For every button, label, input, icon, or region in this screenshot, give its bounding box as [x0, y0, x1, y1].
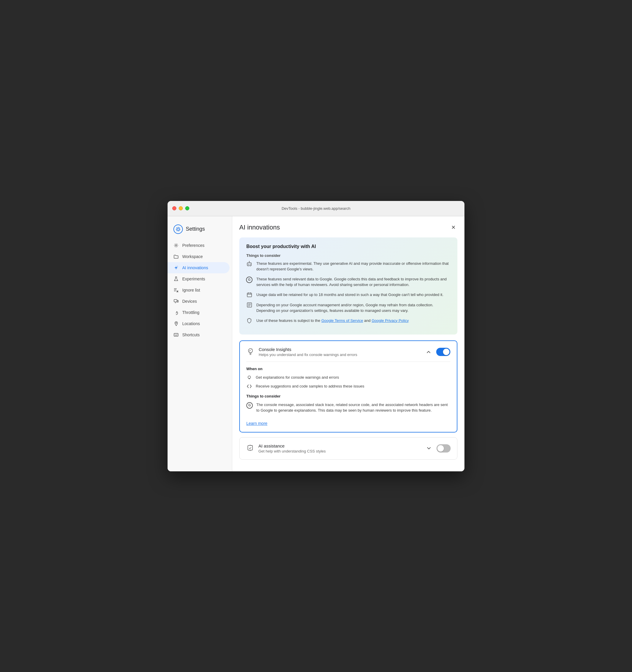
sidebar-item-throttling[interactable]: Throttling [168, 307, 230, 318]
throttle-icon [173, 310, 179, 315]
sidebar-item-label-ai-innovations: AI innovations [182, 265, 208, 270]
ai-assistance-title: AI assistance [258, 443, 326, 448]
sidebar-title: Settings [186, 226, 205, 232]
content-area: AI innovations ✕ Boost your productivity… [232, 216, 464, 471]
info-item-text-1: These features are experimental. They us… [256, 261, 450, 272]
feature-text-block: Console Insights Helps you understand an… [259, 347, 357, 357]
info-item-text-4: Depending on your Google account managem… [256, 302, 450, 314]
sidebar-item-label-throttling: Throttling [182, 310, 199, 315]
console-insights-toggle[interactable] [436, 348, 450, 356]
sidebar-item-locations[interactable]: Locations [168, 318, 230, 329]
svg-point-22 [176, 313, 176, 313]
sidebar-item-ignore-list[interactable]: Ignore list [168, 285, 230, 296]
svg-line-7 [179, 227, 180, 228]
svg-point-48 [248, 376, 251, 378]
info-item-text-2: These features send relevant data to Goo… [256, 276, 450, 288]
tos-link[interactable]: Google Terms of Service [321, 318, 363, 323]
list-icon [246, 303, 252, 308]
feature-controls [425, 348, 450, 356]
svg-point-33 [248, 264, 249, 264]
ai-assistance-desc: Get help with understanding CSS styles [258, 449, 326, 453]
folder-icon [173, 254, 179, 259]
google-considerations-icon: G [246, 402, 253, 409]
svg-rect-32 [247, 263, 251, 266]
info-card-title: Boost your productivity with AI [246, 244, 450, 249]
info-card-subtitle: Things to consider [246, 253, 450, 258]
devices-icon [173, 298, 179, 304]
ignore-icon [173, 287, 179, 293]
sidebar: Settings Preferences [168, 216, 232, 471]
close-traffic-light[interactable] [172, 206, 176, 210]
ai-assist-icon [246, 444, 254, 452]
feature-title: Console Insights [259, 347, 357, 352]
sidebar-nav: Preferences Workspace [168, 240, 232, 340]
content-header: AI innovations ✕ [239, 223, 457, 232]
ai-assistance-card: AI assistance Get help with understandin… [239, 437, 457, 460]
svg-rect-17 [174, 299, 177, 302]
sidebar-item-shortcuts[interactable]: Shortcuts [168, 329, 230, 340]
sidebar-item-label-devices: Devices [182, 299, 197, 304]
svg-rect-24 [174, 333, 178, 336]
feature-text-block: AI assistance Get help with understandin… [258, 443, 326, 453]
bulb-small-icon [246, 375, 252, 380]
ai-assistance-controls [425, 444, 451, 453]
sidebar-item-preferences[interactable]: Preferences [168, 240, 230, 251]
maximize-traffic-light[interactable] [185, 206, 189, 210]
sparkle-icon [173, 265, 179, 270]
sidebar-item-label-experiments: Experiments [182, 277, 205, 281]
minimize-traffic-light[interactable] [179, 206, 183, 210]
sidebar-item-label-locations: Locations [182, 321, 200, 326]
titlebar: DevTools - bubble-jingle.web.app/search [168, 201, 464, 216]
page-title: AI innovations [239, 224, 280, 231]
list-item: These features are experimental. They us… [246, 261, 450, 272]
svg-point-23 [176, 322, 177, 323]
info-card: Boost your productivity with AI Things t… [239, 237, 457, 335]
sidebar-item-label-ignore-list: Ignore list [182, 288, 200, 292]
close-button[interactable]: ✕ [449, 223, 457, 232]
when-on-text-2: Receive suggestions and code samples to … [256, 384, 364, 388]
sidebar-item-label-preferences: Preferences [182, 243, 204, 248]
list-item: G These features send relevant data to G… [246, 276, 450, 288]
svg-point-10 [177, 266, 178, 267]
when-on-text-1: Get explanations for console warnings an… [256, 375, 339, 380]
ai-assistance-toggle[interactable] [436, 444, 451, 453]
svg-point-34 [250, 264, 251, 264]
svg-line-8 [176, 231, 177, 231]
sidebar-header: Settings [168, 222, 232, 240]
bulb-icon [246, 347, 255, 356]
info-item-text-3: Usage data will be retained for up to 18… [256, 292, 443, 298]
list-item: Use of these features is subject to the … [246, 318, 450, 324]
when-on-item: Receive suggestions and code samples to … [246, 383, 450, 389]
sidebar-item-label-workspace: Workspace [182, 254, 203, 259]
location-icon [173, 321, 179, 326]
feature-header: Console Insights Helps you understand an… [246, 347, 450, 357]
list-item: Usage data will be retained for up to 18… [246, 292, 450, 298]
considerations-title: Things to consider [246, 394, 450, 399]
console-insights-card: Console Insights Helps you understand an… [239, 340, 457, 432]
feature-description: Helps you understand and fix console war… [259, 353, 357, 357]
sidebar-item-ai-innovations[interactable]: AI innovations [168, 262, 230, 273]
toggle-thumb [443, 349, 450, 355]
feature-header-left: Console Insights Helps you understand an… [246, 347, 357, 357]
shield-icon [246, 318, 252, 324]
expand-button[interactable] [425, 444, 433, 453]
svg-rect-39 [247, 293, 252, 297]
sidebar-item-workspace[interactable]: Workspace [168, 251, 230, 262]
toggle-thumb-off [437, 445, 444, 452]
svg-point-9 [176, 244, 177, 246]
flask-icon [173, 276, 179, 282]
main-content: Settings Preferences [168, 216, 464, 471]
svg-line-6 [179, 231, 180, 231]
code-icon [246, 383, 252, 389]
considerations-text: The console message, associated stack tr… [256, 402, 450, 413]
feature-expanded-section: When on Get explanations for console war… [246, 362, 450, 426]
collapse-button[interactable] [425, 348, 433, 356]
keyboard-icon [173, 332, 179, 337]
learn-more-link[interactable]: Learn more [246, 421, 268, 426]
sidebar-item-experiments[interactable]: Experiments [168, 273, 230, 285]
sidebar-item-devices[interactable]: Devices [168, 296, 230, 307]
robot-icon [246, 261, 252, 267]
privacy-link[interactable]: Google Privacy Policy [372, 318, 409, 323]
google-icon: G [246, 277, 252, 283]
when-on-item: Get explanations for console warnings an… [246, 375, 450, 380]
